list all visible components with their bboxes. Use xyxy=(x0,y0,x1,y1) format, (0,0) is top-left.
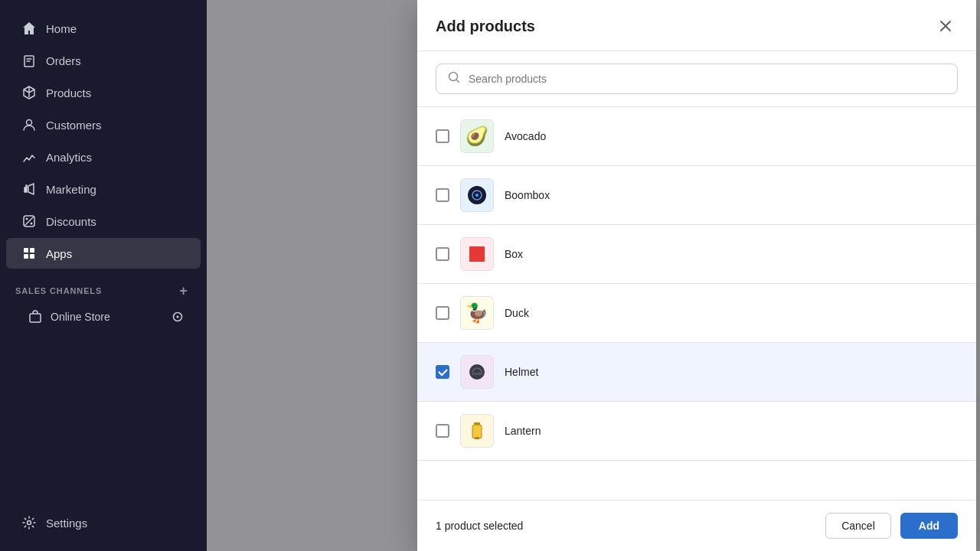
svg-rect-8 xyxy=(30,254,34,259)
sidebar-item-online-store[interactable]: Online Store xyxy=(6,302,201,331)
svg-point-16 xyxy=(475,194,479,197)
home-icon xyxy=(21,21,37,36)
svg-rect-19 xyxy=(472,373,482,375)
sidebar-label-orders: Orders xyxy=(46,54,81,67)
sidebar-item-customers[interactable]: Customers xyxy=(6,109,201,140)
marketing-icon xyxy=(21,181,37,197)
sidebar-label-products: Products xyxy=(46,86,91,99)
svg-point-13 xyxy=(449,73,458,81)
online-store-icon xyxy=(28,309,43,324)
sidebar: Home Orders Products Customers Analytics… xyxy=(0,0,207,551)
sidebar-item-apps[interactable]: Apps xyxy=(6,238,201,269)
close-icon xyxy=(938,18,953,34)
products-icon xyxy=(21,85,37,100)
product-thumbnail-avocado: 🥑 xyxy=(460,119,494,153)
online-store-settings-icon[interactable] xyxy=(170,309,185,324)
product-thumbnail-helmet xyxy=(460,355,494,389)
footer-buttons: Cancel Add xyxy=(825,513,958,539)
cancel-button[interactable]: Cancel xyxy=(825,513,891,539)
sidebar-item-settings[interactable]: Settings xyxy=(6,507,201,538)
sidebar-label-customers: Customers xyxy=(46,119,102,132)
product-checkbox-box[interactable] xyxy=(436,247,449,261)
online-store-label: Online Store xyxy=(51,311,110,323)
product-name-duck: Duck xyxy=(505,307,529,319)
customers-icon xyxy=(21,117,37,132)
svg-rect-6 xyxy=(30,248,34,253)
sales-channels-header: SALES CHANNELS + xyxy=(0,276,207,302)
svg-point-12 xyxy=(28,521,31,525)
main-content: by VNTANA lease make sure it has been nv… xyxy=(207,0,980,551)
svg-rect-7 xyxy=(24,254,28,259)
product-thumbnail-boombox xyxy=(460,178,494,212)
orders-icon xyxy=(21,53,37,68)
product-checkbox-duck[interactable] xyxy=(436,306,449,320)
product-item-boombox[interactable]: Boombox xyxy=(417,166,976,225)
analytics-icon xyxy=(21,149,37,165)
search-input[interactable] xyxy=(469,73,946,85)
sidebar-label-settings: Settings xyxy=(46,517,87,530)
product-checkbox-helmet[interactable] xyxy=(436,365,449,379)
sidebar-item-orders[interactable]: Orders xyxy=(6,45,201,76)
sidebar-item-marketing[interactable]: Marketing xyxy=(6,174,201,204)
product-name-helmet: Helmet xyxy=(505,366,538,378)
svg-point-1 xyxy=(27,120,32,126)
sidebar-label-discounts: Discounts xyxy=(46,215,96,228)
selected-count-text: 1 product selected xyxy=(436,520,523,532)
sidebar-label-marketing: Marketing xyxy=(46,183,96,196)
svg-point-18 xyxy=(469,364,485,380)
sidebar-item-analytics[interactable]: Analytics xyxy=(6,142,201,172)
search-icon xyxy=(447,70,461,87)
discounts-icon xyxy=(21,214,37,229)
product-item-helmet[interactable]: Helmet xyxy=(417,343,976,402)
search-box xyxy=(436,64,958,94)
search-section xyxy=(417,51,976,107)
product-checkbox-boombox[interactable] xyxy=(436,188,449,202)
svg-rect-5 xyxy=(24,248,28,253)
product-name-avocado: Avocado xyxy=(505,130,546,142)
modal-footer: 1 product selected Cancel Add xyxy=(417,500,976,551)
sidebar-item-home[interactable]: Home xyxy=(6,13,201,44)
product-name-boombox: Boombox xyxy=(505,189,550,201)
product-checkbox-avocado[interactable] xyxy=(436,129,449,143)
apps-icon xyxy=(21,246,37,261)
sidebar-label-analytics: Analytics xyxy=(46,151,92,164)
sidebar-item-products[interactable]: Products xyxy=(6,77,201,108)
svg-rect-17 xyxy=(469,246,485,262)
product-item-duck[interactable]: 🦆 Duck xyxy=(417,284,976,343)
product-thumbnail-box xyxy=(460,237,494,271)
sidebar-label-home: Home xyxy=(46,22,77,35)
product-name-lantern: Lantern xyxy=(505,425,541,437)
modal-title: Add products xyxy=(436,18,535,35)
product-list: 🥑 Avocado Boombox Box xyxy=(417,107,976,500)
svg-rect-21 xyxy=(472,425,482,439)
add-button[interactable]: Add xyxy=(900,513,958,539)
add-sales-channel-button[interactable]: + xyxy=(176,283,191,298)
product-thumbnail-lantern xyxy=(460,414,494,448)
product-thumbnail-duck: 🦆 xyxy=(460,296,494,330)
product-checkbox-lantern[interactable] xyxy=(436,424,449,438)
svg-point-2 xyxy=(26,218,28,220)
product-item-avocado[interactable]: 🥑 Avocado xyxy=(417,107,976,166)
sidebar-label-apps: Apps xyxy=(46,247,72,260)
svg-rect-9 xyxy=(30,314,41,322)
product-item-lantern[interactable]: Lantern xyxy=(417,402,976,461)
settings-icon xyxy=(21,515,37,530)
modal-close-button[interactable] xyxy=(933,14,958,38)
add-products-modal: Add products 🥑 Avocado xyxy=(417,0,976,551)
product-name-box: Box xyxy=(505,248,523,260)
svg-rect-22 xyxy=(475,437,479,439)
svg-point-3 xyxy=(31,223,33,225)
modal-header: Add products xyxy=(417,0,976,51)
sidebar-item-discounts[interactable]: Discounts xyxy=(6,206,201,236)
product-item-box[interactable]: Box xyxy=(417,225,976,284)
svg-point-11 xyxy=(177,316,179,318)
